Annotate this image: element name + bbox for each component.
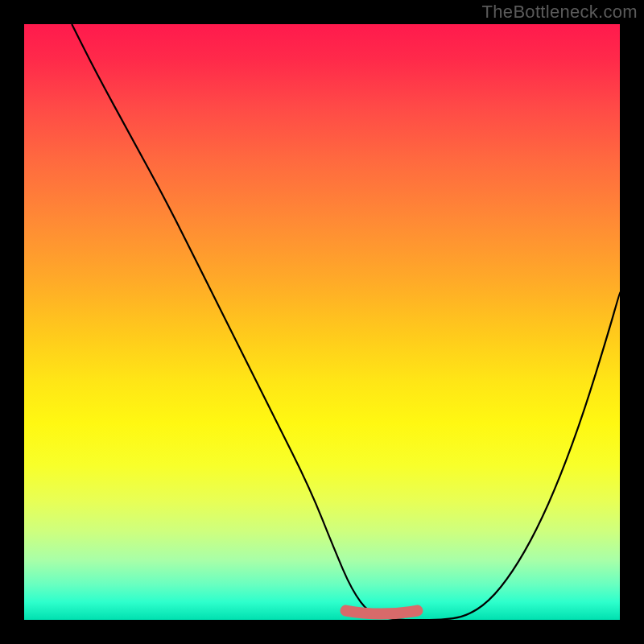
bottleneck-curve bbox=[72, 24, 620, 620]
plot-area bbox=[24, 24, 620, 620]
chart-container: TheBottleneck.com bbox=[0, 0, 644, 644]
curve-layer bbox=[24, 24, 620, 620]
highlight-band bbox=[346, 611, 418, 614]
watermark-text: TheBottleneck.com bbox=[482, 2, 638, 23]
